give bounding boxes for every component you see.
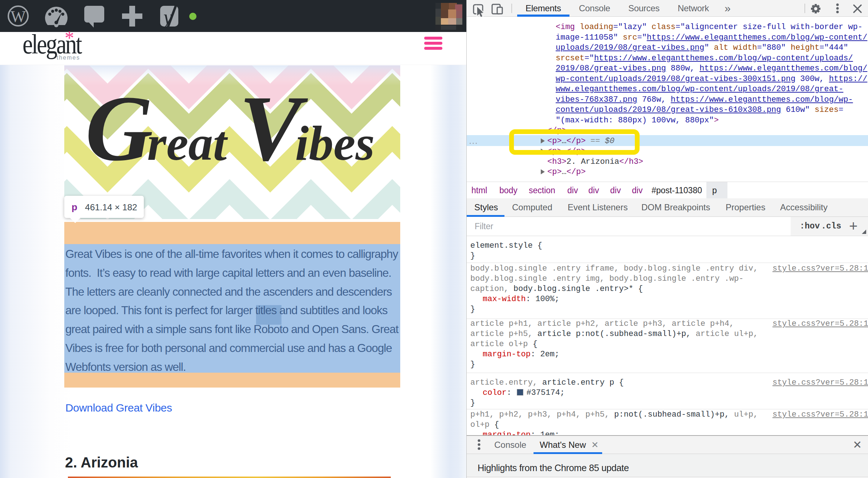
svg-text:W: W: [11, 8, 26, 25]
